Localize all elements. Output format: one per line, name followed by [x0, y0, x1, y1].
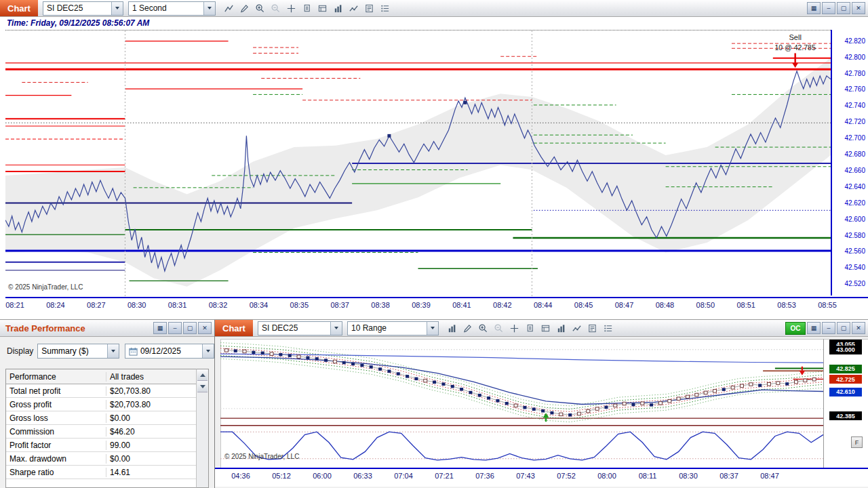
minimize-button[interactable]: –: [168, 322, 182, 334]
script-icon[interactable]: [361, 1, 377, 15]
price-tick-label: 42.640: [844, 183, 865, 190]
table-row[interactable]: Sharpe ratio14.61: [6, 466, 198, 479]
display-selector[interactable]: Summary ($): [37, 344, 119, 359]
scroll-up-button[interactable]: [197, 369, 208, 381]
line-chart-icon[interactable]: [569, 321, 585, 335]
send-to-back-button[interactable]: ▦: [807, 322, 821, 334]
table-row[interactable]: Profit factor99.00: [6, 439, 198, 452]
time-tick-label: 08:35: [290, 301, 309, 309]
crosshair-icon[interactable]: [283, 1, 299, 15]
pencil-icon[interactable]: [237, 1, 252, 15]
metric-value: $0.00: [106, 413, 198, 423]
price-tick-label: 42.720: [844, 118, 865, 125]
histogram-icon[interactable]: [330, 1, 346, 15]
maximize-button[interactable]: ▢: [837, 2, 850, 14]
histogram-icon[interactable]: [553, 321, 569, 335]
scroll-down-button[interactable]: [197, 381, 208, 392]
order-ticket-icon[interactable]: [538, 321, 553, 335]
window-title: Chart: [215, 320, 253, 336]
send-to-back-button[interactable]: ▦: [153, 322, 167, 334]
copyright-label: © 2025 NinjaTrader, LLC: [224, 453, 299, 460]
time-tick-label: 07:36: [475, 472, 494, 480]
time-tick-label: 07:52: [557, 472, 576, 480]
send-to-back-button[interactable]: ▦: [807, 2, 821, 14]
table-scrollbar[interactable]: [196, 369, 209, 488]
interval-selector[interactable]: 1 Second: [128, 1, 216, 16]
instrument-selector[interactable]: SI DEC25: [43, 1, 123, 16]
metric-label: Gross profit: [6, 400, 106, 409]
zoom-out-icon[interactable]: [491, 321, 507, 335]
panel-f-button[interactable]: F: [851, 436, 863, 448]
table-row[interactable]: Gross profit$20,703.80: [6, 398, 198, 411]
table-row[interactable]: Gross loss$0.00: [6, 411, 198, 425]
trendline-icon[interactable]: [221, 1, 237, 15]
time-tick-label: 08:47: [615, 301, 634, 309]
list-icon[interactable]: [377, 1, 393, 15]
range-price-axis[interactable]: 43.05543.00042.82542.72542.61042.385: [823, 339, 868, 468]
chart-window-top: Chart SI DEC25 1 Second ▦–▢✕ Time: Frida…: [0, 0, 868, 320]
chevron-down-icon: [107, 344, 119, 358]
price-tick-label: 42.660: [844, 167, 865, 174]
maximize-button[interactable]: ▢: [183, 322, 197, 334]
oco-button[interactable]: OC: [785, 322, 806, 335]
time-tick-label: 08:51: [736, 301, 755, 309]
interval-selector[interactable]: 10 Range: [347, 321, 439, 336]
table-row[interactable]: Total net profit$20,703.80: [6, 384, 198, 398]
time-tick-label: 08:31: [168, 301, 187, 309]
close-button[interactable]: ✕: [852, 322, 865, 334]
display-label: Display: [7, 346, 33, 356]
time-tick-label: 08:42: [493, 301, 512, 309]
metric-label: Gross loss: [6, 413, 106, 423]
list-icon[interactable]: [600, 321, 616, 335]
copy-icon[interactable]: [522, 321, 538, 335]
column-header[interactable]: Performance: [6, 372, 106, 382]
column-header[interactable]: All trades: [106, 372, 198, 382]
calendar-icon: [129, 347, 138, 356]
time-tick-label: 06:00: [313, 472, 332, 480]
minimize-button[interactable]: –: [822, 322, 835, 334]
ninjatrader-workspace: Chart SI DEC25 1 Second ▦–▢✕ Time: Frida…: [0, 0, 868, 488]
price-chart-plot[interactable]: Sell10 @ 42.785: [5, 30, 831, 296]
line-chart-icon[interactable]: [346, 1, 361, 15]
order-ticket-icon[interactable]: [315, 1, 330, 15]
price-tick-label: 42.800: [844, 54, 865, 61]
table-row[interactable]: Commission$46.20: [6, 425, 198, 439]
price-tick-label: 42.760: [844, 85, 865, 93]
close-button[interactable]: ✕: [852, 2, 865, 14]
time-tick-label: 07:21: [435, 472, 454, 480]
range-chart-plot[interactable]: [220, 339, 823, 424]
trade-performance-titlebar: Trade Performance ▦–▢✕: [0, 320, 214, 337]
metric-label: Profit factor: [6, 441, 106, 450]
trade-performance-window: Trade Performance ▦–▢✕ Display Summary (…: [0, 320, 215, 488]
range-time-axis[interactable]: 04:3605:1206:0006:3307:0407:2107:3607:43…: [215, 468, 868, 487]
zoom-in-icon[interactable]: [475, 321, 491, 335]
chevron-down-icon: [203, 2, 215, 15]
time-tick-label: 08:45: [574, 301, 593, 309]
time-tick-label: 08:30: [679, 472, 698, 480]
window-controls: OC ▦–▢✕: [778, 322, 868, 335]
zoom-in-icon[interactable]: [252, 1, 268, 15]
maximize-button[interactable]: ▢: [837, 322, 850, 334]
interval-value: 10 Range: [351, 323, 387, 333]
script-icon[interactable]: [585, 321, 600, 335]
time-axis[interactable]: 08:2108:2408:2708:3008:3108:3208:3408:35…: [5, 297, 868, 314]
instrument-selector[interactable]: SI DEC25: [258, 321, 342, 336]
time-tick-label: 08:53: [777, 301, 796, 309]
zoom-out-icon[interactable]: [268, 1, 283, 15]
window-title: Chart: [0, 0, 38, 16]
date-picker[interactable]: 09/12/2025: [125, 344, 214, 359]
minimize-button[interactable]: –: [822, 2, 835, 14]
close-button[interactable]: ✕: [198, 322, 212, 334]
price-axis[interactable]: 42.82042.80042.78042.76042.74042.72042.7…: [831, 30, 868, 296]
copy-icon[interactable]: [299, 1, 315, 15]
date-value: 09/12/2025: [140, 346, 181, 356]
histogram-icon[interactable]: [444, 321, 460, 335]
pencil-icon[interactable]: [460, 321, 475, 335]
oscillator-panel[interactable]: [220, 425, 823, 466]
table-row[interactable]: Max. drawdown$0.00: [6, 452, 198, 466]
price-tick-label: 42.700: [844, 134, 865, 142]
copyright-label: © 2025 NinjaTrader, LLC: [8, 283, 83, 291]
time-tick-label: 07:43: [516, 472, 535, 480]
crosshair-icon[interactable]: [507, 321, 522, 335]
metric-value: $20,703.80: [106, 400, 198, 409]
